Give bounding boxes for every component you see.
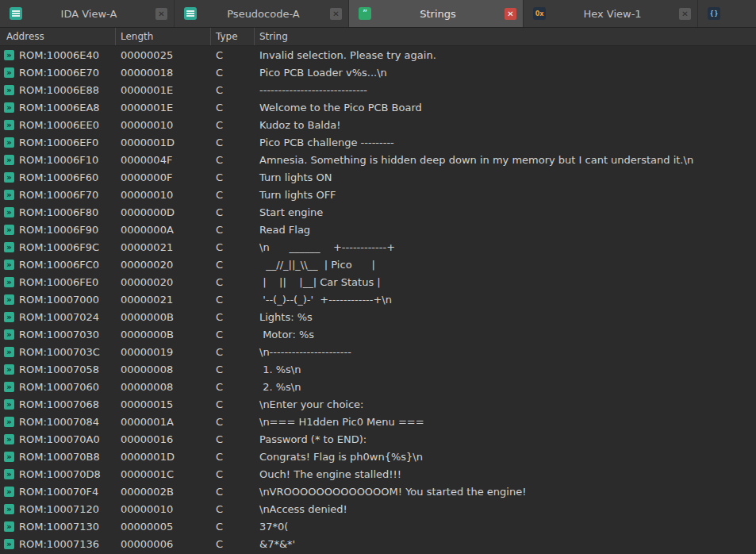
table-row[interactable]: ROM:10006F9C 00000021 C \n ______ +-----…	[0, 238, 756, 256]
row-string: Kudoz to Balda!	[255, 119, 756, 131]
table-row[interactable]: ROM:10007084 0000001A C \n=== H1dden Pic…	[0, 413, 756, 430]
row-address: ROM:10006EE0	[19, 119, 116, 131]
row-icon-cell	[0, 294, 19, 305]
table-row[interactable]: ROM:10006EA8 0000001E C Welcome to the P…	[0, 98, 756, 116]
row-type: C	[211, 329, 255, 340]
row-string: Motor: %s	[255, 329, 756, 340]
string-item-icon	[4, 521, 14, 532]
tab[interactable]: Strings ✕	[349, 0, 524, 27]
row-type: C	[211, 294, 255, 306]
table-row[interactable]: ROM:10007136 00000006 C &7*&*'	[0, 535, 756, 552]
table-row[interactable]: ROM:10006F70 00000010 C Turn lights OFF	[0, 186, 756, 203]
row-length: 0000001A	[116, 416, 211, 428]
column-header-length[interactable]: Length	[116, 28, 211, 45]
row-type: C	[211, 119, 255, 131]
row-address: ROM:100070A0	[19, 433, 116, 445]
string-item-icon	[4, 190, 14, 200]
row-string: \nVROOOOOOOOOOOOOM! You started the engi…	[255, 486, 756, 498]
row-address: ROM:10006E88	[19, 84, 116, 96]
row-type: C	[211, 521, 255, 533]
tab[interactable]: Pseudocode-A ✕	[175, 0, 349, 27]
row-type: C	[211, 206, 255, 218]
column-header-string[interactable]: String	[255, 28, 756, 45]
table-header: Address Length Type String	[0, 28, 756, 46]
ida-view-icon	[10, 7, 22, 20]
row-type: C	[211, 259, 255, 271]
row-address: ROM:10007130	[19, 521, 116, 533]
tab[interactable]: Hex View-1 ✕	[524, 0, 698, 27]
tab-close-icon[interactable]: ✕	[155, 8, 167, 20]
string-item-icon	[4, 487, 14, 497]
string-item-icon	[4, 417, 14, 427]
string-item-icon	[4, 347, 14, 357]
table-row[interactable]: ROM:10006FC0 00000020 C __//_||_\\__ | P…	[0, 256, 756, 273]
row-icon-cell	[0, 207, 19, 217]
row-type: C	[211, 451, 255, 463]
table-row[interactable]: ROM:10007024 0000000B C Lights: %s	[0, 308, 756, 325]
row-icon-cell	[0, 50, 19, 60]
row-address: ROM:10007084	[19, 416, 116, 428]
table-row[interactable]: ROM:10006EE0 00000010 C Kudoz to Balda!	[0, 116, 756, 133]
table-row[interactable]: ROM:10007130 00000005 C 37*0(	[0, 517, 756, 535]
row-length: 0000001E	[116, 102, 211, 113]
table-row[interactable]: ROM:10007058 00000008 C 1. %s\n	[0, 360, 756, 378]
row-icon-cell	[0, 521, 19, 532]
table-row[interactable]: ROM:10007000 00000021 C '--(_)--(_)-' +-…	[0, 290, 756, 308]
table-row[interactable]: ROM:100070B8 0000001D C Congrats! Flag i…	[0, 448, 756, 465]
table-row[interactable]: ROM:10007060 00000008 C 2. %s\n	[0, 378, 756, 395]
table-row[interactable]: ROM:10006F60 0000000F C Turn lights ON	[0, 168, 756, 186]
row-icon-cell	[0, 312, 19, 322]
string-item-icon	[4, 207, 14, 217]
table-row[interactable]: ROM:10006EF0 0000001D C Pico PCB challen…	[0, 133, 756, 151]
tab-close-icon[interactable]: ✕	[505, 8, 516, 20]
row-length: 00000021	[116, 294, 211, 306]
row-icon-cell	[0, 504, 19, 514]
row-length: 0000001C	[116, 468, 211, 480]
row-type: C	[211, 311, 255, 323]
table-row[interactable]: ROM:10007120 00000010 C \nAccess denied!	[0, 500, 756, 517]
row-icon-cell	[0, 137, 19, 148]
string-item-icon	[4, 277, 14, 287]
hex-view-icon	[533, 7, 546, 20]
table-row[interactable]: ROM:10006F90 0000000A C Read Flag	[0, 221, 756, 238]
table-row[interactable]: ROM:10007030 0000000B C Motor: %s	[0, 325, 756, 343]
string-item-icon	[4, 329, 14, 340]
row-length: 0000000D	[116, 206, 211, 218]
table-row[interactable]: ROM:10006F10 0000004F C Amnesia. Somethi…	[0, 151, 756, 168]
row-address: ROM:10006F90	[19, 224, 116, 236]
row-address: ROM:10006F60	[19, 171, 116, 183]
string-item-icon	[4, 452, 14, 462]
tab[interactable]	[698, 0, 756, 27]
tab[interactable]: IDA View-A ✕	[0, 0, 175, 27]
table-row[interactable]: ROM:100070F4 0000002B C \nVROOOOOOOOOOOO…	[0, 483, 756, 500]
table-row[interactable]: ROM:100070D8 0000001C C Ouch! The engine…	[0, 465, 756, 483]
column-header-address[interactable]: Address	[0, 28, 116, 45]
row-icon-cell	[0, 452, 19, 462]
string-item-icon	[4, 399, 14, 410]
row-length: 0000001E	[116, 84, 211, 96]
string-item-icon	[4, 225, 14, 235]
row-icon-cell	[0, 225, 19, 235]
row-type: C	[211, 137, 255, 148]
column-header-type[interactable]: Type	[211, 28, 255, 45]
row-length: 00000010	[116, 119, 211, 131]
row-string: Read Flag	[255, 224, 756, 236]
row-type: C	[211, 67, 255, 79]
table-row[interactable]: ROM:1000703C 00000019 C \n--------------…	[0, 343, 756, 360]
row-length: 00000005	[116, 521, 211, 533]
row-string: 2. %s\n	[255, 381, 756, 393]
tab-close-icon[interactable]: ✕	[679, 8, 691, 20]
table-row[interactable]: ROM:10007068 00000015 C \nEnter your cho…	[0, 395, 756, 413]
row-address: ROM:10007024	[19, 311, 116, 323]
row-length: 00000010	[116, 503, 211, 515]
string-item-icon	[4, 312, 14, 322]
row-address: ROM:10006F9C	[19, 241, 116, 253]
tab-close-icon[interactable]: ✕	[330, 8, 342, 20]
table-row[interactable]: ROM:10006E70 00000018 C Pico PCB Loader …	[0, 63, 756, 81]
table-row[interactable]: ROM:10006E88 0000001E C ----------------…	[0, 81, 756, 98]
table-row[interactable]: ROM:10006FE0 00000020 C | || |__| Car St…	[0, 273, 756, 290]
table-row[interactable]: ROM:10006E40 00000025 C Invalid selectio…	[0, 46, 756, 63]
row-type: C	[211, 171, 255, 183]
table-row[interactable]: ROM:100070A0 00000016 C Password (* to E…	[0, 430, 756, 448]
table-row[interactable]: ROM:10006F80 0000000D C Start engine	[0, 203, 756, 221]
